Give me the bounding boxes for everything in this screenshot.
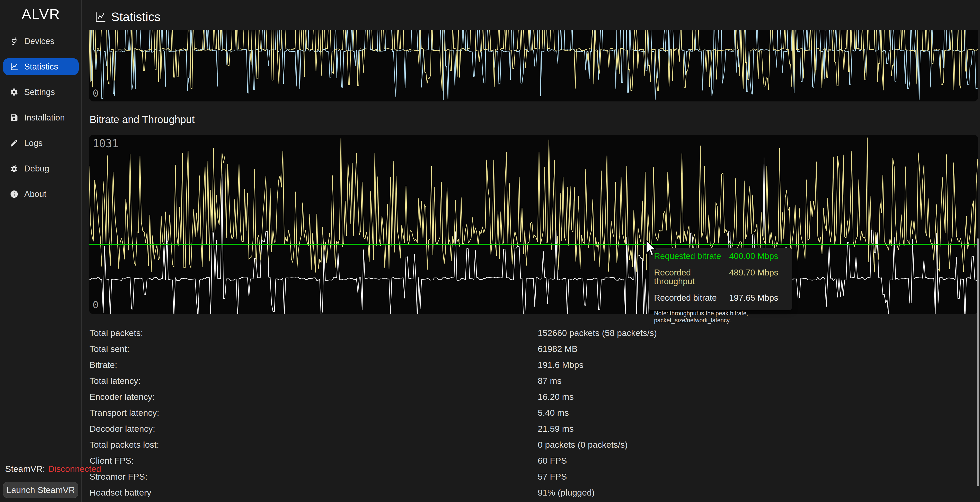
sidebar-item-label: About bbox=[24, 189, 46, 199]
tooltip-row-label: Requested bitrate bbox=[654, 252, 729, 261]
stat-row: Transport latency:5.40 ms bbox=[89, 405, 972, 421]
tooltip-row: Recorded bitrate197.65 Mbps bbox=[654, 293, 787, 302]
plug-icon bbox=[10, 37, 19, 46]
bitrate-section-title: Bitrate and Throughput bbox=[89, 114, 194, 125]
tooltip-row-value: 489.70 Mbps bbox=[729, 268, 778, 286]
sidebar-item-label: Devices bbox=[24, 36, 54, 46]
sidebar-item-label: Installation bbox=[24, 113, 65, 123]
stat-row: Total packets lost:0 packets (0 packets/… bbox=[89, 437, 972, 453]
statistics-header-icon bbox=[94, 11, 107, 23]
stat-label: Total packets: bbox=[89, 328, 538, 338]
vertical-scrollbar-thumb[interactable] bbox=[977, 238, 979, 486]
stat-label: Total packets lost: bbox=[89, 440, 538, 450]
stat-row: Total packets:152660 packets (58 packets… bbox=[89, 325, 972, 341]
stat-value: 191.6 Mbps bbox=[538, 360, 584, 370]
sidebar-item-about[interactable]: About bbox=[3, 186, 79, 202]
sidebar-item-debug[interactable]: Debug bbox=[3, 160, 79, 177]
stat-row: Decoder latency:21.59 ms bbox=[89, 421, 972, 437]
sidebar-item-logs[interactable]: Logs bbox=[3, 135, 79, 151]
stat-value: 91% (plugged) bbox=[538, 488, 595, 498]
sidebar-item-label: Logs bbox=[24, 138, 43, 148]
stat-row: Streamer FPS:57 FPS bbox=[89, 469, 972, 484]
stat-label: Client FPS: bbox=[89, 456, 538, 466]
stat-row: Client FPS:60 FPS bbox=[89, 453, 972, 469]
stat-value: 5.40 ms bbox=[538, 408, 569, 418]
tooltip-row-value: 400.00 Mbps bbox=[729, 252, 778, 261]
tooltip-note: Note: throughput is the peak bitrate, pa… bbox=[654, 310, 787, 324]
stat-value: 87 ms bbox=[538, 376, 562, 386]
alvr-dashboard: { "app": { "title": "ALVR" }, "sidebar":… bbox=[0, 0, 980, 502]
stat-label: Total latency: bbox=[89, 376, 538, 386]
stat-value: 152660 packets (58 packets/s) bbox=[538, 328, 657, 338]
stat-value: 57 FPS bbox=[538, 472, 567, 482]
statistics-table: Total packets:152660 packets (58 packets… bbox=[89, 325, 972, 500]
logs-icon bbox=[10, 139, 19, 148]
top-graph-ymin-label: 0 bbox=[92, 88, 99, 99]
bitrate-graph-ymax-label: 1031 bbox=[92, 137, 119, 150]
stat-value: 0 packets (0 packets/s) bbox=[538, 440, 628, 450]
stat-label: Streamer FPS: bbox=[89, 472, 538, 482]
stat-label: Headset battery bbox=[89, 488, 538, 498]
floppy-icon bbox=[10, 113, 19, 122]
stat-row: Bitrate:191.6 Mbps bbox=[89, 357, 972, 373]
launch-steamvr-button[interactable]: Launch SteamVR bbox=[3, 482, 78, 498]
tooltip-row: Recorded throughput489.70 Mbps bbox=[654, 268, 787, 286]
gear-icon bbox=[10, 88, 19, 97]
bitrate-graph-ymin-label: 0 bbox=[92, 299, 99, 311]
stat-row: Total latency:87 ms bbox=[89, 373, 972, 389]
sidebar-item-statistics[interactable]: Statistics bbox=[3, 58, 79, 75]
app-title: ALVR bbox=[0, 6, 82, 22]
top-graph-canvas[interactable]: 0 bbox=[89, 30, 978, 102]
stat-label: Decoder latency: bbox=[89, 424, 538, 434]
sidebar-item-installation[interactable]: Installation bbox=[3, 109, 79, 126]
stat-label: Total sent: bbox=[89, 344, 538, 354]
bitrate-graph-plot bbox=[89, 135, 978, 314]
tooltip-row: Requested bitrate400.00 Mbps bbox=[654, 252, 787, 261]
steamvr-status-row: SteamVR:Disconnected bbox=[5, 464, 101, 474]
tooltip-rows: Requested bitrate400.00 MbpsRecorded thr… bbox=[654, 252, 787, 302]
tooltip-row-value: 197.65 Mbps bbox=[729, 293, 778, 302]
stat-value: 21.59 ms bbox=[538, 424, 574, 434]
page-header: Statistics bbox=[94, 10, 161, 24]
mouse-cursor bbox=[645, 239, 657, 258]
bug-icon bbox=[10, 164, 19, 173]
page-title: Statistics bbox=[111, 10, 161, 24]
stat-value: 60 FPS bbox=[538, 456, 567, 466]
top-graph-plot bbox=[89, 30, 978, 102]
sidebar-nav: DevicesStatisticsSettingsInstallationLog… bbox=[3, 33, 79, 211]
sidebar: ALVR DevicesStatisticsSettingsInstallati… bbox=[0, 0, 82, 502]
sidebar-item-label: Debug bbox=[24, 164, 49, 174]
tooltip-row-label: Recorded throughput bbox=[654, 268, 729, 286]
steamvr-label: SteamVR: bbox=[5, 464, 45, 474]
sidebar-item-label: Statistics bbox=[24, 62, 58, 72]
chart-icon bbox=[10, 62, 19, 71]
info-icon bbox=[10, 190, 19, 199]
bitrate-graph-canvas[interactable]: 1031 0 bbox=[89, 135, 978, 314]
stat-row: Total sent:61982 MB bbox=[89, 341, 972, 357]
sidebar-item-devices[interactable]: Devices bbox=[3, 33, 79, 50]
stat-row: Headset battery91% (plugged) bbox=[89, 484, 972, 500]
stat-label: Encoder latency: bbox=[89, 392, 538, 402]
bitrate-hover-tooltip: Requested bitrate400.00 MbpsRecorded thr… bbox=[649, 248, 792, 310]
sidebar-item-settings[interactable]: Settings bbox=[3, 84, 79, 100]
stat-label: Transport latency: bbox=[89, 408, 538, 418]
stat-label: Bitrate: bbox=[89, 360, 538, 370]
sidebar-item-label: Settings bbox=[24, 87, 55, 97]
stat-row: Encoder latency:16.20 ms bbox=[89, 389, 972, 405]
stat-value: 16.20 ms bbox=[538, 392, 574, 402]
tooltip-row-label: Recorded bitrate bbox=[654, 293, 729, 302]
stat-value: 61982 MB bbox=[538, 344, 578, 354]
